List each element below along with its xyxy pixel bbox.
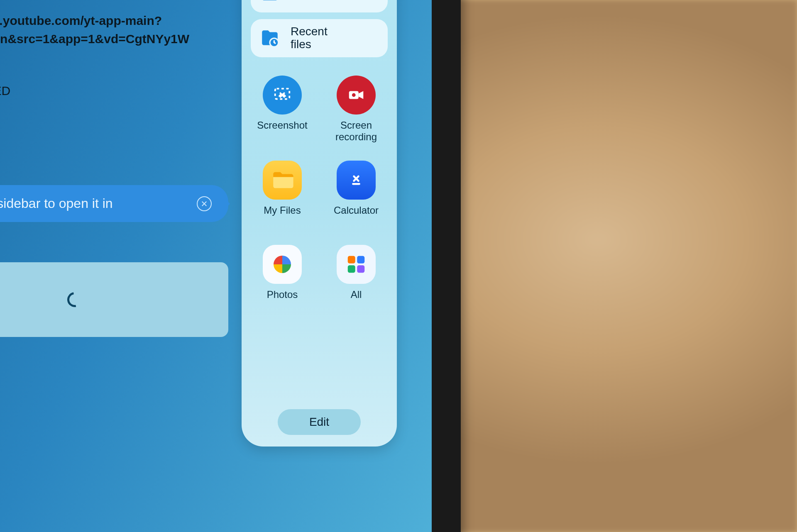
svg-rect-6: [348, 256, 355, 264]
error-because: because:: [0, 49, 257, 66]
edit-button[interactable]: Edit: [278, 409, 361, 435]
calculator-label: Calculator: [334, 205, 379, 227]
screenshot-label: Screenshot: [257, 120, 307, 142]
all-apps-tile[interactable]: All: [325, 245, 388, 312]
svg-rect-9: [357, 265, 364, 273]
folder-swap-icon: [258, 0, 281, 5]
app-grid-icon: [337, 245, 376, 284]
file-dock-tile[interactable]: File Dock: [251, 0, 388, 12]
recent-files-tile[interactable]: Recent files: [251, 19, 388, 57]
photos-label: Photos: [267, 289, 298, 312]
calculator-app[interactable]: Calculator: [325, 161, 388, 227]
error-url-line2: cm=2&hl=en&src=1&app=1&vd=CgtNYy1W: [0, 31, 257, 48]
loading-card: [0, 262, 228, 337]
spinner-icon: [64, 289, 85, 310]
recent-files-label: Recent files: [291, 25, 328, 51]
sidebar-hint-tooltip: out of the sidebar to open it in: [0, 185, 228, 222]
sidebar-panel: File Dock Recent files Screenshot: [242, 0, 397, 447]
my-files-app[interactable]: My Files: [251, 161, 314, 227]
sidebar-hint-text: out of the sidebar to open it in: [0, 196, 113, 211]
screen-recording-label: Screen recording: [325, 120, 388, 143]
tablet-chassis: available s://consent.youtube.com/yt-app…: [0, 0, 461, 532]
screen-recording-app[interactable]: Screen recording: [325, 76, 388, 143]
my-files-label: My Files: [264, 205, 301, 227]
google-photos-icon: [263, 245, 302, 284]
error-url-line1: s://consent.youtube.com/yt-app-main?: [0, 12, 257, 29]
error-code: ON_CLOSED: [0, 83, 257, 100]
calculator-icon: [337, 161, 376, 200]
all-apps-label: All: [351, 289, 362, 312]
close-icon[interactable]: [197, 196, 212, 211]
folder-clock-icon: [258, 27, 281, 50]
screenshot-app[interactable]: Screenshot: [251, 76, 314, 143]
screenshot-icon: [263, 76, 302, 115]
svg-rect-8: [348, 265, 355, 273]
background-page-content: available s://consent.youtube.com/yt-app…: [0, 0, 257, 101]
tablet-screen: available s://consent.youtube.com/yt-app…: [0, 0, 432, 532]
svg-rect-7: [357, 256, 364, 264]
photos-app[interactable]: Photos: [251, 245, 314, 312]
svg-point-5: [352, 93, 356, 97]
edit-button-label: Edit: [309, 415, 329, 429]
folder-icon: [263, 161, 302, 200]
video-camera-icon: [337, 76, 376, 115]
